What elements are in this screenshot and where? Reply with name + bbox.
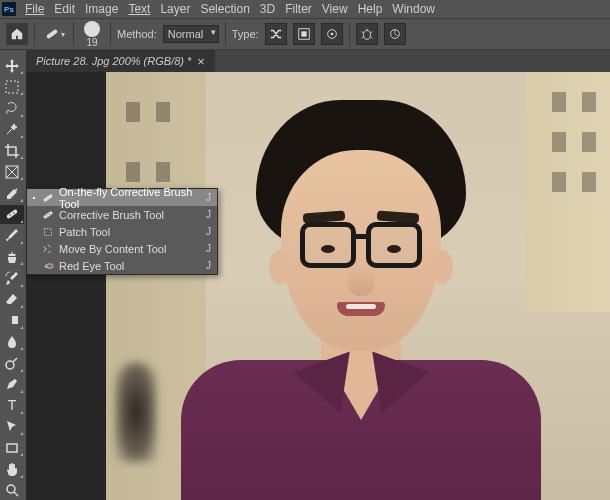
flyout-content-move[interactable]: Move By Content Tool J [27,240,217,257]
svg-point-10 [9,214,11,216]
svg-point-17 [7,485,15,493]
pressure-toggle[interactable] [384,23,406,45]
zoom-tool[interactable] [0,481,24,500]
menu-filter[interactable]: Filter [280,0,317,18]
divider [110,22,111,46]
gradient-tool[interactable] [0,311,24,330]
type-option-1[interactable] [265,23,287,45]
rectangle-tool[interactable] [0,438,24,457]
svg-rect-16 [7,444,17,452]
red-eye-icon: + [41,260,55,272]
home-button[interactable] [6,23,28,45]
svg-rect-13 [6,316,12,324]
clone-stamp-tool[interactable] [0,247,24,266]
svg-point-11 [13,212,15,214]
document-tabbar: Picture 28. Jpg 200% (RGB/8) * × [26,50,610,72]
menu-text[interactable]: Text [123,0,155,18]
divider [225,22,226,46]
menu-layer[interactable]: Layer [155,0,195,18]
dodge-tool[interactable] [0,353,24,372]
flyout-red-eye[interactable]: + Red Eye Tool J [27,257,217,274]
crop-tool[interactable] [0,141,24,160]
svg-rect-0 [45,29,57,39]
eraser-tool[interactable] [0,290,24,309]
menu-selection[interactable]: Selection [195,0,254,18]
divider [73,22,74,46]
method-select[interactable]: Normal [163,25,219,43]
menu-window[interactable]: Window [387,0,440,18]
canvas[interactable] [26,72,610,500]
svg-point-25 [48,264,51,267]
home-icon [10,27,24,41]
menubar: Ps File Edit Image Text Layer Selection … [0,0,610,18]
active-tool-indicator[interactable]: ▾ [41,23,67,45]
divider [34,22,35,46]
eyedropper-tool[interactable] [0,183,24,202]
brush-size-picker[interactable]: 19 [80,21,104,48]
menu-file[interactable]: File [20,0,49,18]
sample-all-layers[interactable] [321,23,343,45]
options-bar: ▾ 19 Method: Normal Type: [0,18,610,50]
flyout-label: Move By Content Tool [59,243,202,255]
app-icon: Ps [2,2,16,16]
svg-point-4 [330,33,333,36]
method-label: Method: [117,28,157,40]
brush-tool[interactable] [0,226,24,245]
flyout-shortcut: J [206,226,211,237]
flyout-label: On-the-fly Corrective Brush Tool [59,186,202,210]
menu-edit[interactable]: Edit [49,0,80,18]
svg-rect-19 [43,210,53,219]
history-brush-tool[interactable] [0,268,24,287]
path-select-tool[interactable] [0,417,24,436]
hand-tool[interactable] [0,459,24,478]
tab-label: Picture 28. Jpg 200% (RGB/8) * [36,55,191,67]
brush-preview-icon [84,21,100,37]
pen-tool[interactable] [0,375,24,394]
divider [349,22,350,46]
svg-point-20 [46,215,47,216]
svg-rect-7 [6,81,18,93]
move-content-icon [41,243,55,255]
lasso-tool[interactable] [0,98,24,117]
svg-rect-22 [45,228,52,235]
type-label: Type: [232,28,259,40]
flyout-label: Patch Tool [59,226,202,238]
flyout-shortcut: J [206,260,211,271]
canvas-area: Picture 28. Jpg 200% (RGB/8) * × [26,50,610,500]
magic-wand-tool[interactable] [0,120,24,139]
shuffle-icon [269,27,283,41]
type-tool[interactable]: T [0,396,24,415]
flyout-shortcut: J [206,243,211,254]
svg-rect-9 [6,209,18,219]
menu-help[interactable]: Help [353,0,388,18]
document-tab[interactable]: Picture 28. Jpg 200% (RGB/8) * × [26,50,215,72]
menu-3d[interactable]: 3D [255,0,280,18]
blur-tool[interactable] [0,332,24,351]
svg-point-21 [49,213,50,214]
svg-rect-2 [301,31,306,36]
healing-brush-tool[interactable] [0,205,24,224]
marquee-tool[interactable] [0,77,24,96]
type-option-2[interactable] [293,23,315,45]
move-tool[interactable] [0,56,24,75]
option-extra-1[interactable] [356,23,378,45]
photo-content [106,72,610,500]
svg-point-5 [363,31,370,40]
menu-image[interactable]: Image [80,0,123,18]
frame-tool[interactable] [0,162,24,181]
target-icon [325,27,339,41]
pressure-icon [388,27,402,41]
bandage-spot-icon [41,192,55,204]
menu-view[interactable]: View [317,0,353,18]
flyout-spot-healing[interactable]: • On-the-fly Corrective Brush Tool J [27,189,217,206]
svg-text:T: T [8,397,17,413]
brush-size-value: 19 [86,37,97,48]
flyout-patch[interactable]: Patch Tool J [27,223,217,240]
flyout-healing-brush[interactable]: Corrective Brush Tool J [27,206,217,223]
flyout-label: Corrective Brush Tool [59,209,202,221]
patch-icon [41,226,55,238]
bandage-icon [44,26,60,42]
tab-close-button[interactable]: × [197,54,205,69]
flyout-shortcut: J [206,192,211,203]
svg-point-14 [6,361,14,369]
